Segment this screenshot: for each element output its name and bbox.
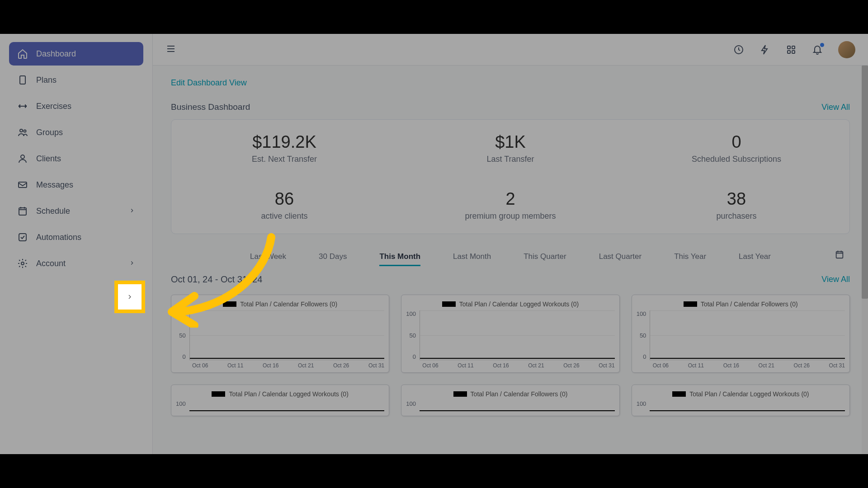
home-icon — [17, 48, 28, 59]
svg-rect-0 — [20, 76, 25, 84]
sidebar-item-label: Automations — [36, 233, 81, 242]
chart-y-axis: 100 — [176, 400, 189, 412]
stats-card: $119.2K Est. Next Transfer $1K Last Tran… — [171, 119, 850, 234]
chart-x-axis: Oct 06Oct 11Oct 16Oct 21Oct 26Oct 31 — [406, 360, 614, 369]
business-dashboard-title: Business Dashboard — [171, 102, 250, 112]
svg-point-7 — [21, 262, 24, 265]
svg-rect-9 — [788, 46, 790, 49]
sidebar: Dashboard Plans Exercises Groups Clients… — [0, 34, 152, 454]
chart-y-axis: 100500 — [637, 310, 650, 360]
view-all-charts-link[interactable]: View All — [821, 275, 850, 284]
sidebar-item-automations[interactable]: Automations — [9, 225, 143, 249]
svg-rect-13 — [836, 252, 843, 258]
svg-rect-11 — [788, 51, 790, 53]
chart-card[interactable]: Total Plan / Calendar Logged Workouts (0… — [632, 385, 850, 416]
gear-icon — [17, 258, 28, 269]
legend-swatch — [672, 391, 686, 397]
person-icon — [17, 153, 28, 164]
tab-this-quarter[interactable]: This Quarter — [524, 252, 566, 266]
tab-this-year[interactable]: This Year — [674, 252, 706, 266]
sidebar-item-account[interactable]: Account — [9, 252, 143, 275]
chart-title: Total Plan / Calendar Logged Workouts (0… — [689, 390, 809, 398]
stat-last-transfer[interactable]: $1K Last Transfer — [397, 120, 623, 177]
svg-rect-12 — [792, 51, 795, 53]
chart-title: Total Plan / Calendar Logged Workouts (0… — [459, 300, 579, 308]
stat-est-next-transfer[interactable]: $119.2K Est. Next Transfer — [171, 120, 397, 177]
scrollbar[interactable] — [862, 66, 868, 454]
chart-card[interactable]: Total Plan / Calendar Followers (0) 1005… — [171, 295, 389, 373]
avatar[interactable] — [838, 41, 855, 58]
chevron-right-icon — [129, 206, 135, 216]
tab-last-week[interactable]: Last Week — [250, 252, 286, 266]
main-area: Edit Dashboard View Business Dashboard V… — [152, 34, 868, 454]
legend-swatch — [684, 301, 697, 307]
tab-30-days[interactable]: 30 Days — [319, 252, 347, 266]
edit-dashboard-link[interactable]: Edit Dashboard View — [171, 78, 247, 88]
chart-y-axis: 100 — [406, 400, 420, 412]
stat-purchasers[interactable]: 38 purchasers — [623, 177, 849, 234]
view-all-link[interactable]: View All — [821, 103, 850, 112]
chart-card[interactable]: Total Plan / Calendar Followers (0) 100 — [401, 385, 619, 416]
sidebar-item-exercises[interactable]: Exercises — [9, 94, 143, 118]
tab-last-month[interactable]: Last Month — [453, 252, 491, 266]
sidebar-item-dashboard[interactable]: Dashboard — [9, 42, 143, 66]
legend-swatch — [453, 391, 467, 397]
people-icon — [17, 127, 28, 138]
chart-plot — [650, 400, 845, 412]
chart-title: Total Plan / Calendar Logged Workouts (0… — [229, 390, 348, 398]
clock-icon[interactable] — [733, 44, 744, 55]
legend-swatch — [442, 301, 456, 307]
chart-title: Total Plan / Calendar Followers (0) — [701, 300, 798, 308]
svg-rect-4 — [19, 182, 27, 188]
chart-title: Total Plan / Calendar Followers (0) — [471, 390, 568, 398]
topbar — [153, 34, 868, 66]
bell-icon[interactable] — [812, 44, 823, 55]
chart-y-axis: 100500 — [406, 310, 420, 360]
apps-icon[interactable] — [786, 44, 797, 55]
sidebar-item-clients[interactable]: Clients — [9, 147, 143, 170]
svg-point-2 — [24, 130, 26, 132]
svg-point-1 — [20, 129, 23, 132]
sidebar-item-schedule[interactable]: Schedule — [9, 199, 143, 223]
sidebar-item-label: Account — [36, 259, 66, 268]
stat-scheduled-subscriptions[interactable]: 0 Scheduled Subscriptions — [623, 120, 849, 177]
chart-plot — [189, 400, 385, 412]
stat-active-clients[interactable]: 86 active clients — [171, 177, 397, 234]
svg-rect-5 — [19, 208, 26, 215]
chart-y-axis: 100 — [637, 400, 650, 412]
chart-x-axis: Oct 06Oct 11Oct 16Oct 21Oct 26Oct 31 — [637, 360, 845, 369]
sidebar-item-label: Exercises — [36, 102, 71, 111]
date-range-tabs: Last Week 30 Days This Month Last Month … — [250, 252, 771, 266]
chart-card[interactable]: Total Plan / Calendar Logged Workouts (0… — [401, 295, 619, 373]
chart-plot — [420, 400, 615, 412]
chart-plot — [650, 310, 845, 360]
bolt-icon[interactable] — [760, 44, 770, 55]
svg-rect-10 — [792, 46, 795, 49]
chart-y-axis: 100500 — [176, 310, 189, 360]
charts-grid: Total Plan / Calendar Followers (0) 1005… — [171, 295, 850, 416]
check-icon — [17, 232, 28, 243]
sidebar-item-label: Messages — [36, 180, 73, 190]
chart-card[interactable]: Total Plan / Calendar Logged Workouts (0… — [171, 385, 389, 416]
chart-card[interactable]: Total Plan / Calendar Followers (0) 1005… — [632, 295, 850, 373]
sidebar-item-label: Dashboard — [36, 49, 76, 59]
stat-premium-members[interactable]: 2 premium group members — [397, 177, 623, 234]
sidebar-item-label: Clients — [36, 154, 61, 164]
sidebar-item-label: Schedule — [36, 206, 70, 216]
chart-x-axis: Oct 06Oct 11Oct 16Oct 21Oct 26Oct 31 — [176, 360, 384, 369]
tab-last-year[interactable]: Last Year — [739, 252, 771, 266]
calendar-icon — [17, 206, 28, 216]
hamburger-icon[interactable] — [165, 43, 176, 56]
tab-last-quarter[interactable]: Last Quarter — [599, 252, 642, 266]
mail-icon — [17, 179, 28, 190]
legend-swatch — [212, 391, 225, 397]
tab-this-month[interactable]: This Month — [379, 252, 420, 266]
legend-swatch — [223, 301, 236, 307]
sidebar-item-messages[interactable]: Messages — [9, 173, 143, 197]
sidebar-item-plans[interactable]: Plans — [9, 68, 143, 92]
content-area: Edit Dashboard View Business Dashboard V… — [153, 66, 868, 454]
chevron-right-icon — [129, 259, 135, 268]
date-range-text: Oct 01, 24 - Oct 31, 24 — [171, 274, 262, 285]
sidebar-item-groups[interactable]: Groups — [9, 121, 143, 144]
calendar-picker-icon[interactable] — [835, 249, 844, 261]
